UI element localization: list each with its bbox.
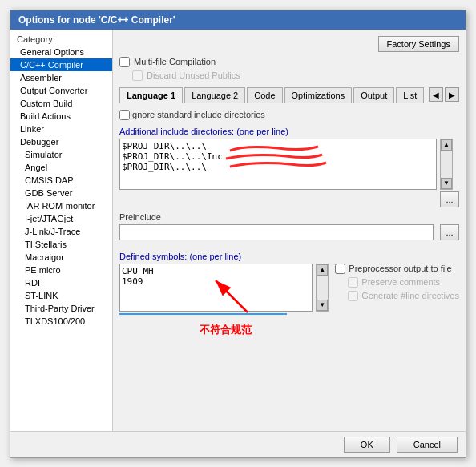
include-browse-button[interactable]: ...	[440, 191, 459, 207]
preinclude-row: Preinclude ...	[119, 212, 459, 240]
options-dialog: Options for node 'C/C++ Compiler' Catego…	[10, 10, 466, 458]
additional-include-label: Additional include directories: (one per…	[119, 127, 459, 136]
dialog-title: Options for node 'C/C++ Compiler'	[10, 10, 466, 30]
scroll-track	[441, 151, 452, 178]
sidebar-item-jlink[interactable]: J-Link/J-Trace	[10, 225, 112, 238]
sidebar-item-general-options[interactable]: General Options	[10, 46, 112, 58]
sidebar-item-cmsis-dap[interactable]: CMSIS DAP	[10, 174, 112, 187]
tab-language1[interactable]: Language 1	[119, 87, 183, 103]
discard-unused-row: Discard Unused Publics	[119, 70, 459, 81]
include-textarea-wrapper: $PROJ_DIR\..\..\ $PROJ_DIR\..\..\Inc $PR…	[119, 139, 437, 207]
defined-scrollbar: ▲ ▼	[316, 264, 329, 312]
tab-nav-left[interactable]: ◀	[429, 87, 443, 102]
sidebar-item-third-party[interactable]: Third-Party Driver	[10, 302, 112, 315]
dialog-body: Category: General Options C/C++ Compiler…	[10, 30, 466, 431]
ignore-standard-label: Ignore standard include directories	[130, 110, 265, 119]
include-side-controls: ▲ ▼ ...	[440, 139, 459, 207]
generate-line-row: Generate #line directives	[335, 291, 459, 301]
sidebar-item-compiler[interactable]: C/C++ Compiler	[10, 58, 112, 71]
dialog-footer: OK Cancel	[10, 431, 466, 457]
defined-symbols-label: Defined symbols: (one per line)	[119, 252, 459, 261]
sidebar-item-macraigor[interactable]: Macraigor	[10, 251, 112, 264]
sidebar-item-rdi[interactable]: RDI	[10, 276, 112, 289]
preinclude-label: Preinclude	[119, 212, 434, 222]
sidebar: Category: General Options C/C++ Compiler…	[10, 30, 113, 431]
ignore-standard-checkbox[interactable]	[119, 110, 130, 120]
tab-nav-right[interactable]: ▶	[445, 87, 459, 102]
tab-code[interactable]: Code	[247, 87, 282, 103]
multi-file-label: Multi-file Compilation	[134, 57, 216, 66]
ignore-row: Ignore standard include directories	[119, 110, 459, 120]
discard-unused-label: Discard Unused Publics	[147, 70, 240, 80]
annotation-text: 不符合规范	[200, 323, 252, 337]
defined-right: Preprocessor output to file Preserve com…	[335, 264, 459, 315]
cancel-button[interactable]: Cancel	[397, 437, 458, 453]
preprocessor-label: Preprocessor output to file	[349, 264, 451, 273]
preprocessor-checkbox[interactable]	[335, 264, 345, 274]
ok-button[interactable]: OK	[344, 437, 390, 453]
preinclude-input[interactable]	[119, 224, 434, 240]
arrow-svg	[200, 272, 272, 320]
discard-unused-checkbox[interactable]	[132, 70, 143, 81]
factory-settings-button[interactable]: Factory Settings	[378, 36, 459, 52]
sidebar-item-pe-micro[interactable]: PE micro	[10, 264, 112, 276]
sidebar-item-angel[interactable]: Angel	[10, 161, 112, 174]
category-label: Category:	[10, 33, 112, 46]
sidebar-item-ti-stellaris[interactable]: TI Stellaris	[10, 238, 112, 251]
tab-optimizations[interactable]: Optimizations	[284, 87, 353, 103]
main-content: Factory Settings Multi-file Compilation …	[113, 30, 466, 431]
preserve-comments-checkbox[interactable]	[348, 277, 358, 288]
annotation-container: 不符合规范	[200, 272, 272, 323]
sidebar-item-debugger[interactable]: Debugger	[10, 135, 112, 148]
preinclude-browse-button[interactable]: ...	[440, 224, 459, 240]
tab-output[interactable]: Output	[353, 87, 394, 103]
sidebar-item-stlink[interactable]: ST-LINK	[10, 289, 112, 302]
tabs-bar: Language 1 Language 2 Code Optimizations…	[119, 87, 459, 103]
include-textarea-row: $PROJ_DIR\..\..\ $PROJ_DIR\..\..\Inc $PR…	[119, 139, 459, 207]
preinclude-section: Preinclude	[119, 212, 434, 240]
preprocessor-row: Preprocessor output to file	[335, 264, 459, 274]
preserve-comments-row: Preserve comments	[335, 277, 459, 288]
sidebar-item-custom-build[interactable]: Custom Build	[10, 97, 112, 110]
preserve-comments-label: Preserve comments	[361, 277, 440, 287]
defined-scroll-up[interactable]: ▲	[317, 264, 328, 276]
sidebar-item-build-actions[interactable]: Build Actions	[10, 110, 112, 123]
sidebar-item-assembler[interactable]: Assembler	[10, 71, 112, 84]
sidebar-item-output-converter[interactable]: Output Converter	[10, 84, 112, 97]
scroll-down-btn[interactable]: ▼	[441, 178, 452, 189]
include-section: Additional include directories: (one per…	[119, 127, 459, 207]
sidebar-item-simulator[interactable]: Simulator	[10, 148, 112, 161]
defined-row: CPU_MH 1909 ▲ ▼ Preprocessor ou	[119, 264, 459, 315]
defined-section: Defined symbols: (one per line) CPU_MH 1…	[119, 252, 459, 315]
defined-scroll-down[interactable]: ▼	[317, 300, 328, 311]
sidebar-item-iar-rom[interactable]: IAR ROM-monitor	[10, 199, 112, 212]
generate-line-checkbox[interactable]	[348, 291, 358, 301]
top-bar: Factory Settings	[119, 36, 459, 52]
tab-nav: ◀ ▶	[429, 87, 459, 102]
tab-language2[interactable]: Language 2	[184, 87, 245, 103]
defined-scroll-track	[317, 276, 328, 300]
sidebar-item-linker[interactable]: Linker	[10, 123, 112, 135]
sidebar-item-gdb-server[interactable]: GDB Server	[10, 187, 112, 199]
sidebar-item-ijet[interactable]: I-jet/JTAGjet	[10, 212, 112, 225]
include-scrollbar: ▲ ▼	[440, 139, 453, 190]
scroll-up-btn[interactable]: ▲	[441, 139, 452, 151]
tab-list[interactable]: List	[396, 87, 424, 103]
multi-file-checkbox[interactable]	[119, 57, 130, 67]
generate-line-label: Generate #line directives	[361, 291, 459, 300]
multi-file-row: Multi-file Compilation	[119, 57, 459, 67]
include-textarea[interactable]: $PROJ_DIR\..\..\ $PROJ_DIR\..\..\Inc $PR…	[119, 139, 437, 190]
sidebar-item-ti-xds[interactable]: TI XDS100/200	[10, 315, 112, 328]
